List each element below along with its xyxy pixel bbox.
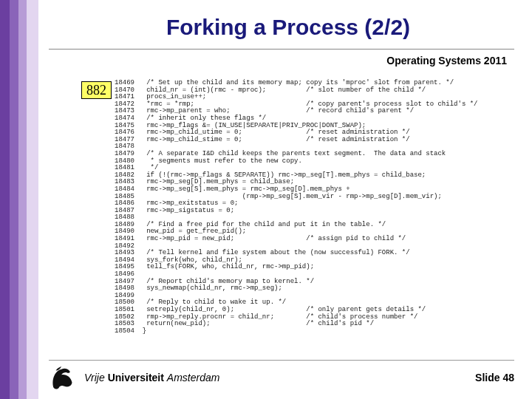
book-page-badge: 882 [81, 81, 112, 99]
course-subheader: Operating Systems 2011 [386, 55, 507, 66]
divider-top [49, 49, 514, 50]
griffin-logo-icon [49, 365, 77, 390]
slide-number-value: 48 [502, 372, 514, 383]
slide-title: Forking a Process (2/2) [81, 15, 495, 40]
university-part1: Vrije [84, 372, 108, 383]
divider-bottom [49, 360, 514, 361]
footer: Vrije Universiteit Amsterdam Slide 48 [49, 366, 514, 389]
university-part2: Universiteit [108, 372, 167, 383]
code-listing: 18469 /* Set up the child and its memory… [115, 80, 477, 335]
slide: Forking a Process (2/2) Operating System… [0, 0, 532, 399]
slide-number: Slide 48 [475, 372, 514, 383]
slide-number-label: Slide [475, 372, 502, 383]
university-name: Vrije Universiteit Amsterdam [84, 372, 219, 383]
left-accent-bar [0, 0, 38, 399]
footer-left: Vrije Universiteit Amsterdam [49, 365, 219, 390]
university-part3: Amsterdam [167, 372, 220, 383]
